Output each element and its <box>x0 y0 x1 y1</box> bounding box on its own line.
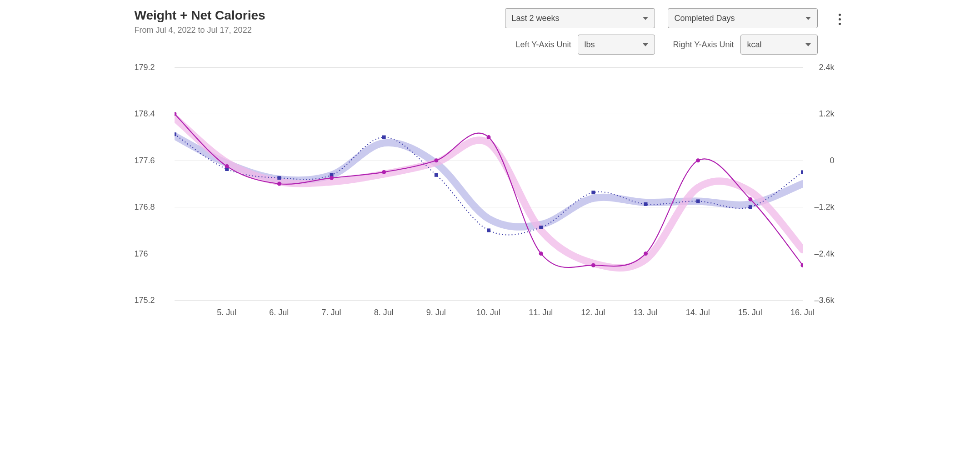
chart-svg <box>175 63 803 317</box>
y-left-tick: 176 <box>135 249 148 258</box>
chevron-down-icon <box>805 43 811 46</box>
chevron-down-icon <box>643 43 648 46</box>
left-axis-unit-select[interactable]: lbs <box>578 35 655 55</box>
data-point[interactable] <box>382 136 385 139</box>
chevron-down-icon <box>805 17 811 20</box>
series-band <box>175 118 803 268</box>
data-point[interactable] <box>591 191 595 194</box>
left-axis-unit-value: lbs <box>585 40 595 50</box>
right-axis-unit-label: Right Y-Axis Unit <box>673 40 734 50</box>
y-right-tick: 0 <box>830 156 834 165</box>
data-point[interactable] <box>748 197 752 201</box>
data-point[interactable] <box>225 164 229 168</box>
y-left-tick: 176.8 <box>135 202 155 212</box>
y-right-tick: 1.2k <box>819 109 834 119</box>
data-point[interactable] <box>801 170 803 174</box>
y-left-tick: 175.2 <box>135 296 155 305</box>
data-point[interactable] <box>434 158 438 162</box>
data-point[interactable] <box>696 199 700 203</box>
chart-area: 175.2–3.6k176–2.4k176.8–1.2k177.60178.41… <box>135 63 835 317</box>
left-axis-unit-label: Left Y-Axis Unit <box>515 40 571 50</box>
y-right-tick: –3.6k <box>814 296 834 305</box>
right-axis-unit-value: kcal <box>747 40 762 50</box>
data-point[interactable] <box>644 252 648 256</box>
data-point[interactable] <box>382 170 386 174</box>
data-point[interactable] <box>539 252 543 256</box>
days-mode-value: Completed Days <box>675 14 735 23</box>
period-value: Last 2 weeks <box>512 14 560 23</box>
y-right-tick: –2.4k <box>814 249 834 258</box>
page-title: Weight + Net Calories <box>135 8 265 23</box>
y-left-tick: 179.2 <box>135 63 155 72</box>
data-point[interactable] <box>539 226 543 229</box>
y-left-tick: 178.4 <box>135 109 155 119</box>
data-point[interactable] <box>486 135 490 139</box>
data-point[interactable] <box>277 182 281 186</box>
more-options-icon[interactable] <box>834 14 846 25</box>
y-right-tick: 2.4k <box>819 63 834 72</box>
right-axis-unit-select[interactable]: kcal <box>740 35 818 55</box>
data-point[interactable] <box>487 228 490 232</box>
data-point[interactable] <box>330 176 334 180</box>
data-point[interactable] <box>696 158 700 162</box>
data-point[interactable] <box>591 263 595 267</box>
date-range-subtitle: From Jul 4, 2022 to Jul 17, 2022 <box>135 25 265 35</box>
y-right-tick: –1.2k <box>814 202 834 212</box>
data-point[interactable] <box>434 173 438 177</box>
y-left-tick: 177.6 <box>135 156 155 165</box>
data-point[interactable] <box>748 205 752 209</box>
data-point[interactable] <box>175 132 176 136</box>
data-point[interactable] <box>644 202 647 206</box>
chevron-down-icon <box>643 17 648 20</box>
period-select[interactable]: Last 2 weeks <box>505 8 655 28</box>
data-point[interactable] <box>277 176 281 180</box>
days-mode-select[interactable]: Completed Days <box>668 8 818 28</box>
